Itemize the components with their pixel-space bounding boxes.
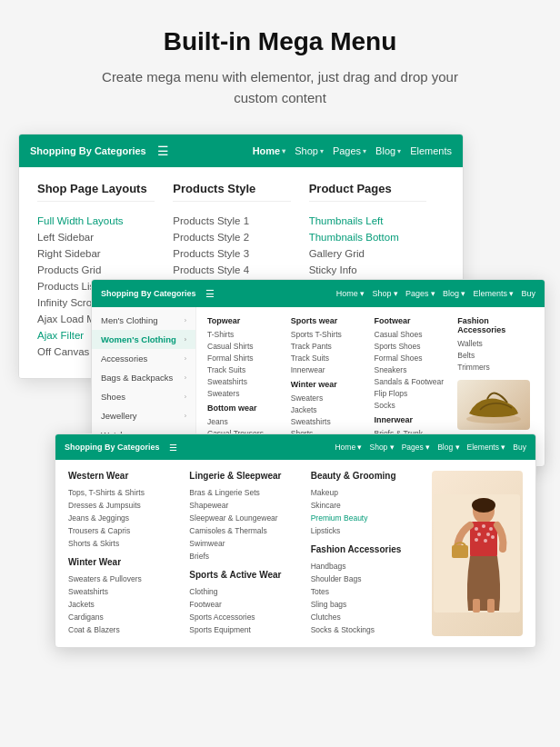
nav3-pages[interactable]: Pages ▾ [402, 443, 430, 452]
layout-full-width[interactable]: Full Width Layouts [37, 213, 155, 229]
style-3[interactable]: Products Style 3 [173, 245, 290, 262]
winter-sweaters2[interactable]: Sweaters & Pullovers [68, 573, 178, 585]
nav-shop[interactable]: Shop ▾ [295, 145, 324, 156]
lingerie-swimwear[interactable]: Swimwear [189, 537, 299, 550]
cat-jewellery[interactable]: Jewellery › [92, 406, 195, 425]
svg-point-6 [482, 524, 485, 528]
acc-sling[interactable]: Sling bags [311, 598, 421, 611]
western-tops[interactable]: Tops, T-Shirts & Shirts [68, 486, 178, 499]
page-thumbnails-bottom[interactable]: Thumbnails Bottom [309, 229, 426, 245]
sports-tracksuits[interactable]: Track Suits [291, 352, 367, 364]
winter-sweatshirts[interactable]: Sweatshirts [291, 415, 367, 427]
nav-elements[interactable]: Elements [410, 145, 452, 156]
acc-shoulder[interactable]: Shoulder Bags [311, 573, 421, 585]
topwear-track[interactable]: Track Suits [207, 364, 284, 375]
nav3-buy[interactable]: Buy [513, 443, 526, 452]
cat-bags[interactable]: Bags & Backpacks › [92, 368, 195, 387]
page-sticky-info[interactable]: Sticky Info [309, 262, 426, 278]
nav3-shop[interactable]: Shop ▾ [369, 443, 394, 452]
cat-womens[interactable]: Women's Clothing › [92, 330, 195, 349]
cat-accessories[interactable]: Accessories › [92, 349, 195, 368]
nav3-home[interactable]: Home ▾ [335, 443, 362, 452]
cat-mens[interactable]: Men's Clothing › [92, 311, 195, 330]
lingerie-shapewear[interactable]: Shapewear [189, 499, 299, 512]
beauty-premium[interactable]: Premium Beauty [311, 512, 421, 524]
lingerie-bras[interactable]: Bras & Lingerie Sets [189, 486, 299, 499]
hamburger-icon-2[interactable]: ☰ [205, 288, 215, 300]
page-thumbnails-left[interactable]: Thumbnails Left [309, 213, 426, 229]
foot-flipflops[interactable]: Flip Flops [375, 387, 451, 399]
topwear-formal[interactable]: Formal Shirts [207, 352, 284, 364]
beauty-skincare[interactable]: Skincare [311, 499, 421, 512]
layout-right-sidebar[interactable]: Right Sidebar [37, 245, 155, 262]
nav-blog[interactable]: Blog ▾ [375, 145, 401, 156]
svg-point-9 [486, 533, 490, 536]
sports-trackpants[interactable]: Track Pants [291, 340, 367, 352]
topwear-sweaters[interactable]: Sweaters [207, 387, 284, 399]
western-dresses[interactable]: Dresses & Jumpsuits [68, 499, 178, 512]
topwear-tshirts[interactable]: T-Shirts [207, 328, 284, 340]
western-shorts[interactable]: Shorts & Skirts [68, 537, 178, 550]
nav2-blog[interactable]: Blog ▾ [443, 289, 466, 298]
winter-jackets2[interactable]: Jackets [68, 598, 178, 611]
shoe-svg [462, 384, 525, 425]
beauty-makeup[interactable]: Makeup [311, 486, 421, 499]
winterwear-title: Winter wear [291, 380, 367, 389]
style-1[interactable]: Products Style 1 [173, 213, 290, 229]
beauty-lipsticks[interactable]: Lipsticks [311, 524, 421, 537]
foot-formal[interactable]: Formal Shoes [375, 352, 451, 364]
winter-cardigans[interactable]: Cardigans [68, 611, 178, 623]
style-2[interactable]: Products Style 2 [173, 229, 290, 245]
layout-products-grid[interactable]: Products Grid [37, 262, 155, 278]
style-4[interactable]: Products Style 4 [173, 262, 290, 278]
lingerie-camisoles[interactable]: Camisoles & Thermals [189, 524, 299, 537]
sports-tshirts[interactable]: Sports T-Shirts [291, 328, 367, 340]
sports-equipment[interactable]: Sports Equipment [189, 623, 299, 636]
topwear-sweatshirts[interactable]: Sweatshirts [207, 375, 284, 387]
sports-innerwear[interactable]: Innerwear [291, 364, 367, 375]
nav2-shop[interactable]: Shop ▾ [372, 289, 398, 298]
fashion-belts[interactable]: Belts [457, 349, 534, 361]
acc-handbags[interactable]: Handbags [311, 560, 421, 573]
lingerie-briefs[interactable]: Briefs [189, 550, 299, 563]
western-jeans[interactable]: Jeans & Jeggings [68, 512, 178, 524]
sports-clothing[interactable]: Clothing [189, 585, 299, 598]
hamburger-icon[interactable]: ☰ [157, 144, 169, 158]
beauty-title: Beauty & Grooming [311, 471, 421, 481]
foot-sports[interactable]: Sports Shoes [375, 340, 451, 352]
nav-brand-3: Shopping By Categories [65, 443, 160, 452]
layout-left-sidebar[interactable]: Left Sidebar [37, 229, 155, 245]
svg-point-7 [489, 527, 493, 531]
nav-home[interactable]: Home ▾ [253, 145, 286, 156]
acc-socks[interactable]: Socks & Stockings [311, 623, 421, 636]
nav3-blog[interactable]: Blog ▾ [437, 443, 459, 452]
screenshots-container: Shopping By Categories ☰ Home ▾ Shop ▾ P… [18, 134, 542, 642]
western-trousers[interactable]: Trousers & Capris [68, 524, 178, 537]
foot-sandals[interactable]: Sandals & Footwear [375, 375, 451, 387]
sports-footwear[interactable]: Footwear [189, 598, 299, 611]
foot-casual[interactable]: Casual Shoes [375, 328, 451, 340]
topwear-casual[interactable]: Casual Shirts [207, 340, 284, 352]
winter-jackets[interactable]: Jackets [291, 403, 367, 415]
cat-shoes[interactable]: Shoes › [92, 387, 195, 406]
nav2-pages[interactable]: Pages ▾ [405, 289, 435, 298]
foot-socks[interactable]: Socks [375, 399, 451, 411]
winter-sweatshirts2[interactable]: Sweatshirts [68, 585, 178, 598]
bottomwear-jeans[interactable]: Jeans [207, 415, 284, 427]
acc-clutches[interactable]: Clutches [311, 611, 421, 623]
fashion-trimmers[interactable]: Trimmers [457, 361, 534, 373]
nav2-elements[interactable]: Elements ▾ [473, 289, 514, 298]
winter-sweaters[interactable]: Sweaters [291, 392, 367, 403]
winter-coats[interactable]: Coat & Blazers [68, 623, 178, 636]
hamburger-icon-3[interactable]: ☰ [169, 443, 177, 453]
nav-pages[interactable]: Pages ▾ [333, 145, 366, 156]
fashion-wallets[interactable]: Wallets [457, 337, 534, 349]
acc-totes[interactable]: Totes [311, 585, 421, 598]
nav2-buy[interactable]: Buy [521, 289, 535, 298]
sports-accessories[interactable]: Sports Accessories [189, 611, 299, 623]
nav2-home[interactable]: Home ▾ [336, 289, 365, 298]
foot-sneakers[interactable]: Sneakers [375, 364, 451, 375]
lingerie-sleepwear[interactable]: Sleepwear & Loungewear [189, 512, 299, 524]
page-gallery-grid[interactable]: Gallery Grid [309, 245, 426, 262]
nav3-elements[interactable]: Elements ▾ [467, 443, 506, 452]
